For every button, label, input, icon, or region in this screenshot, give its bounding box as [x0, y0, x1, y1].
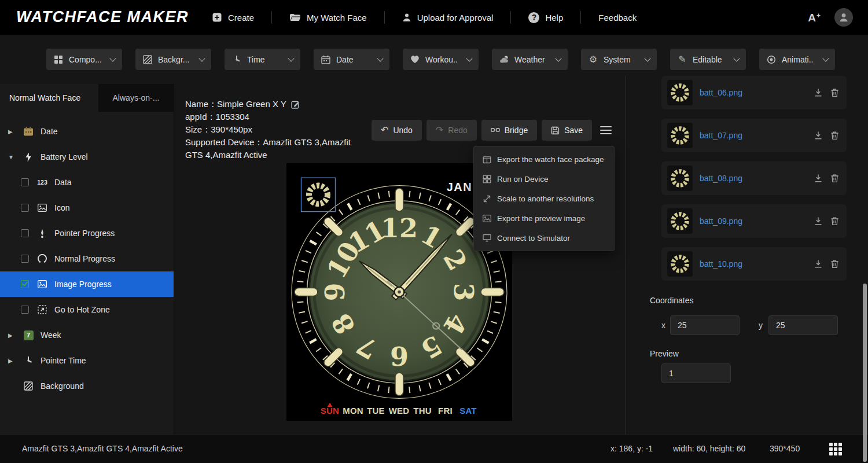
ribbon-date-button[interactable]: Date — [314, 49, 389, 70]
trash-icon[interactable] — [830, 259, 839, 269]
image-row-batt-09[interactable]: batt_09.png — [661, 204, 847, 238]
checkbox-unchecked[interactable] — [21, 178, 29, 186]
numeral-3: 3 — [448, 283, 479, 302]
y-label: y — [759, 321, 763, 330]
coordinates-label: Coordinates — [650, 296, 694, 305]
trash-icon[interactable] — [830, 88, 839, 97]
tree-item-go-to-hot-zone[interactable]: Go to Hot Zone — [0, 297, 174, 322]
tab-normal-watch-face[interactable]: Normal Watch Face — [0, 84, 98, 112]
weather-sun-cloud-icon — [499, 55, 509, 64]
numeric-data-icon: 123 — [36, 179, 49, 186]
file-name-link[interactable]: batt_09.png — [700, 216, 814, 226]
expanded-arrow-icon[interactable]: ▼ — [8, 154, 15, 160]
trash-icon[interactable] — [830, 174, 839, 183]
redo-icon: ↷ — [436, 126, 443, 135]
tree-item-data[interactable]: 123 Data — [0, 170, 174, 195]
more-menu-button[interactable] — [600, 126, 612, 134]
file-name-link[interactable]: batt_08.png — [700, 174, 814, 183]
checkbox-unchecked[interactable] — [21, 229, 29, 237]
save-button[interactable]: Save — [542, 120, 592, 141]
y-coordinate-input[interactable] — [768, 315, 838, 335]
checkbox-unchecked[interactable] — [21, 306, 29, 314]
watchface-maker-app: WATCHFACE MAKER Create My Watch Face — [0, 0, 868, 463]
x-coordinate-input[interactable] — [670, 315, 740, 335]
menu-export-preview[interactable]: Export the preview image — [474, 208, 614, 228]
ribbon-components-button[interactable]: Compo... — [46, 49, 122, 70]
download-icon[interactable] — [814, 216, 823, 226]
ribbon-background-button[interactable]: Backgr... — [135, 49, 211, 70]
pencil-icon: ✎ — [677, 55, 687, 64]
ribbon-editable-button[interactable]: ✎ Editable — [670, 49, 746, 70]
editor-actions: ↶ Undo ↷ Redo Bridge Save — [372, 120, 612, 141]
image-row-batt-06[interactable]: batt_06.png — [661, 76, 847, 109]
progress-arc-icon — [36, 254, 49, 263]
more-menu-dropdown: Export the watch face package Run on Dev… — [473, 146, 615, 251]
user-avatar[interactable] — [834, 8, 853, 27]
sidebar-tabs: Normal Watch Face Always-on-... — [0, 84, 174, 112]
tree-item-icon[interactable]: Icon — [0, 195, 174, 221]
status-resolution: 390*450 — [770, 444, 800, 453]
bridge-button[interactable]: Bridge — [481, 120, 537, 141]
nav-upload-approval[interactable]: Upload for Approval — [385, 13, 511, 23]
ribbon-time-button[interactable]: Time — [225, 49, 300, 70]
nav-help[interactable]: ? Help — [511, 12, 580, 23]
edit-name-icon[interactable] — [291, 100, 300, 109]
undo-button[interactable]: ↶ Undo — [372, 120, 422, 141]
weekday-sat: SAT — [459, 406, 476, 416]
hot-zone-icon — [36, 305, 49, 314]
weekday-thu: THU — [413, 406, 431, 416]
clock-hands-icon — [22, 356, 35, 365]
status-device: Amazfit GTS 3,Amazfit GTS 4,Amazfit Acti… — [22, 444, 183, 453]
file-name-link[interactable]: batt_06.png — [700, 88, 814, 97]
ribbon-weather-button[interactable]: Weather — [492, 49, 568, 70]
weekday-fri: FRI — [438, 406, 453, 416]
device-grid-icon — [482, 175, 491, 183]
download-icon[interactable] — [814, 131, 823, 140]
collapsed-arrow-icon[interactable]: ▶ — [8, 128, 15, 135]
trash-icon[interactable] — [830, 216, 839, 226]
image-row-batt-07[interactable]: batt_07.png — [661, 119, 847, 152]
nav-feedback[interactable]: Feedback — [581, 13, 654, 23]
download-icon[interactable] — [814, 88, 823, 97]
tree-item-date[interactable]: ▶ Date — [0, 119, 174, 144]
trash-icon[interactable] — [830, 131, 839, 140]
download-icon[interactable] — [814, 259, 823, 269]
layer-sidebar: Normal Watch Face Always-on-... ▶ Date ▼… — [0, 84, 174, 435]
tab-always-on-display[interactable]: Always-on-... — [98, 84, 174, 112]
image-row-batt-10[interactable]: batt_10.png — [661, 247, 847, 281]
chevron-down-icon — [288, 55, 294, 61]
numeral-9: 9 — [319, 283, 350, 302]
grid-view-icon[interactable] — [829, 442, 843, 456]
tree-item-normal-progress[interactable]: Normal Progress — [0, 246, 174, 271]
preview-input[interactable] — [661, 363, 731, 383]
chevron-down-icon — [822, 55, 829, 61]
redo-button[interactable]: ↷ Redo — [426, 120, 477, 141]
file-name-link[interactable]: batt_07.png — [700, 131, 814, 140]
download-icon[interactable] — [814, 174, 823, 183]
watchface-info: Name：Simple Green X Y appId：1053304 Size… — [185, 98, 360, 161]
checkbox-checked[interactable] — [21, 280, 29, 288]
tree-item-pointer-time[interactable]: ▶ Pointer Time — [0, 348, 174, 373]
language-translate-icon[interactable]: A + — [808, 12, 821, 23]
nav-my-watch-face[interactable]: My Watch Face — [272, 13, 384, 23]
ribbon-animation-button[interactable]: Animati.. — [759, 49, 835, 70]
vertical-scrollbar-thumb[interactable] — [863, 284, 867, 462]
tree-item-week[interactable]: ▶ 7 Week — [0, 322, 174, 348]
ribbon-system-button[interactable]: ⚙ System — [581, 49, 657, 70]
checkbox-unchecked[interactable] — [21, 255, 29, 263]
image-row-batt-08[interactable]: batt_08.png — [661, 161, 847, 195]
collapsed-arrow-icon[interactable]: ▶ — [8, 358, 15, 364]
tree-item-background[interactable]: Background — [0, 373, 174, 399]
tree-item-pointer-progress[interactable]: Pointer Progress — [0, 221, 174, 246]
tree-item-battery-level[interactable]: ▼ Battery Level — [0, 144, 174, 170]
menu-export-package[interactable]: Export the watch face package — [474, 149, 614, 169]
nav-create[interactable]: Create — [194, 12, 271, 23]
menu-connect-simulator[interactable]: Connect to Simulator — [474, 228, 614, 248]
checkbox-unchecked[interactable] — [21, 204, 29, 212]
file-name-link[interactable]: batt_10.png — [700, 259, 814, 269]
menu-scale-resolutions[interactable]: Scale to another resolutions — [474, 189, 614, 208]
ribbon-workout-button[interactable]: Workou.. — [403, 49, 479, 70]
collapsed-arrow-icon[interactable]: ▶ — [8, 332, 15, 339]
menu-run-on-device[interactable]: Run on Device — [474, 169, 614, 189]
tree-item-image-progress[interactable]: Image Progress — [0, 271, 174, 297]
